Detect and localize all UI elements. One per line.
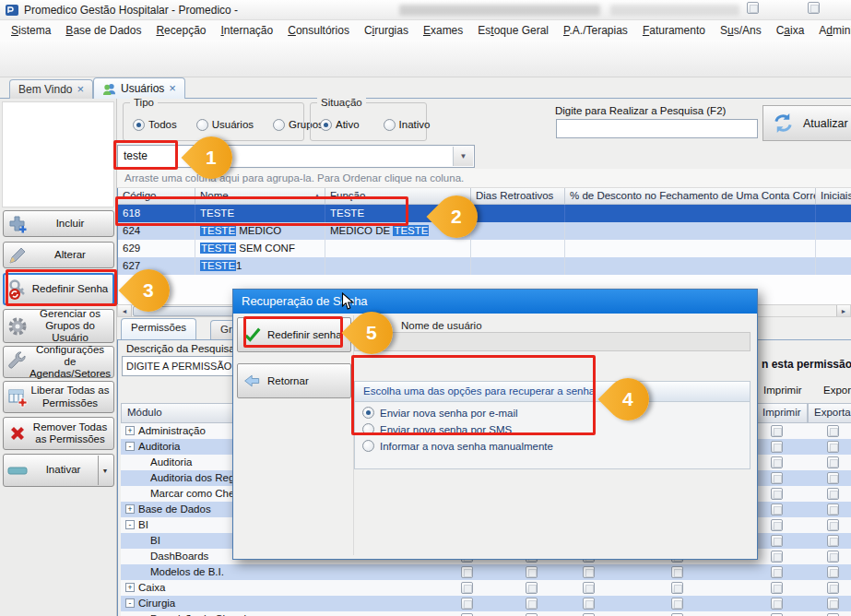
menu-item-administracao[interactable]: Administração (811, 22, 851, 39)
permission-checkbox[interactable] (461, 582, 473, 594)
permission-checkbox[interactable] (583, 582, 595, 594)
permission-checkbox[interactable] (771, 488, 783, 500)
permission-row[interactable]: -Cirurgia (121, 596, 851, 611)
permission-checkbox[interactable] (771, 551, 783, 563)
menu-item-base-de-dados[interactable]: Base de Dados (58, 22, 148, 39)
permission-checkbox[interactable] (771, 598, 783, 610)
permission-checkbox[interactable] (526, 582, 538, 594)
menu-item-sus-ans[interactable]: Sus/Ans (713, 22, 769, 39)
tree-collapse-icon[interactable]: - (125, 442, 135, 451)
atualizar-button[interactable]: Atualizar (762, 105, 851, 141)
liberar-todas-as-permissoes-button[interactable]: Liberar Todas as Permissões (3, 381, 114, 413)
radio-icon[interactable] (384, 119, 396, 131)
tree-collapse-icon[interactable]: - (125, 520, 135, 529)
permission-checkbox[interactable] (827, 566, 839, 578)
permission-checkbox[interactable] (771, 456, 783, 468)
permission-checkbox[interactable] (671, 566, 683, 578)
menu-item-p-a-terapias[interactable]: P.A./Terapias (556, 22, 635, 39)
filter-panel: Tipo TodosUsuáriosGrupos Situação AtivoI… (117, 99, 851, 145)
radio-tipo-todos[interactable]: Todos (133, 119, 177, 131)
column-header-dias-retroativos[interactable]: Dias Retroativos (471, 188, 565, 205)
permission-checkbox[interactable] (771, 535, 783, 547)
retornar-button[interactable]: Retornar (237, 363, 351, 398)
tree-expand-icon[interactable]: + (125, 583, 135, 592)
permission-checkbox[interactable] (827, 456, 839, 468)
permission-checkbox[interactable] (671, 598, 683, 610)
radio-icon[interactable] (273, 119, 285, 131)
tab-bem-vindo[interactable]: Bem Vindo × (9, 79, 93, 99)
search-input[interactable] (556, 119, 758, 138)
check-all-exportar-checkbox[interactable] (808, 2, 820, 14)
permission-checkbox[interactable] (827, 441, 839, 453)
check-all-imprimir-checkbox[interactable] (747, 2, 759, 14)
menu-item-consultorios[interactable]: Consultórios (280, 22, 357, 39)
permission-checkbox[interactable] (771, 519, 783, 531)
radio-icon[interactable] (320, 119, 332, 131)
permission-checkbox[interactable] (461, 566, 473, 578)
permission-checkbox[interactable] (461, 598, 473, 610)
menu-item-recepcao[interactable]: Recepção (148, 22, 213, 39)
permission-row[interactable]: Descrição de Cirurgia (121, 611, 851, 616)
menu-item-cirurgias[interactable]: Cirurgias (357, 22, 416, 39)
permission-checkbox[interactable] (526, 566, 538, 578)
radio-icon[interactable] (133, 119, 145, 131)
radio-situacao-ativo[interactable]: Ativo (320, 119, 360, 131)
close-tab-icon[interactable]: × (77, 85, 84, 94)
remover-todas-as-permissoes-button[interactable]: Remover Todas as Permissões (3, 417, 114, 450)
radio-situacao-inativo[interactable]: Inativo (384, 119, 431, 131)
permission-row[interactable]: Modelos de B.I. (121, 564, 851, 580)
permission-checkbox[interactable] (771, 441, 783, 453)
menu-item-caixa[interactable]: Caixa (769, 22, 812, 39)
permission-checkbox[interactable] (827, 582, 839, 594)
alterar-button[interactable]: Alterar (3, 242, 114, 268)
column-header-exportar[interactable]: Exportar (808, 403, 851, 423)
gerenciar-os-grupos-do-usuario-button[interactable]: Gerenciar os Grupos do Usuário (3, 309, 114, 343)
permission-checkbox[interactable] (771, 566, 783, 578)
column-header-imprimir[interactable]: Imprimir (756, 403, 808, 423)
chevron-down-icon[interactable]: ▼ (98, 456, 112, 485)
close-tab-icon[interactable]: × (169, 84, 176, 93)
recovery-option-informar-a-nova-senha-manualmente[interactable]: Informar a nova senha manualmente (362, 440, 553, 452)
permission-checkbox[interactable] (827, 488, 839, 500)
permission-checkbox[interactable] (583, 598, 595, 610)
permission-checkbox[interactable] (771, 425, 783, 437)
radio-icon[interactable] (362, 440, 374, 452)
tree-expand-icon[interactable]: + (125, 504, 135, 514)
permission-checkbox[interactable] (771, 582, 783, 594)
permission-checkbox[interactable] (827, 598, 839, 610)
permission-checkbox[interactable] (771, 503, 783, 515)
inativar-button[interactable]: Inativar▼ (3, 454, 114, 487)
tree-collapse-icon[interactable]: - (125, 598, 135, 608)
scroll-left-icon[interactable]: ◄ (118, 305, 132, 316)
column-header-de-desconto-no-fechamento-de-uma-conta-corrente[interactable]: % de Desconto no Fechamento de Uma Conta… (565, 188, 816, 205)
tree-expand-icon[interactable]: + (125, 426, 135, 435)
permission-checkbox[interactable] (526, 598, 538, 610)
permission-checkbox[interactable] (827, 425, 839, 437)
permission-checkbox[interactable] (827, 472, 839, 484)
scroll-right-icon[interactable]: ► (836, 305, 850, 316)
permission-checkbox[interactable] (827, 519, 839, 531)
radio-icon[interactable] (196, 119, 208, 131)
permission-checkbox[interactable] (583, 566, 595, 578)
table-row[interactable]: 629TESTE SEM CONF (118, 240, 851, 257)
radio-tipo-usuarios[interactable]: Usuários (196, 119, 254, 131)
configuracoes-de-agendas-setores-button[interactable]: Configurações de Agendas/Setores (3, 346, 114, 378)
tab-usuarios[interactable]: Usuários × (93, 77, 185, 99)
permission-checkbox[interactable] (671, 582, 683, 594)
permission-row[interactable]: +Caixa (121, 580, 851, 596)
menu-item-estoque-geral[interactable]: Estoque Geral (470, 22, 556, 39)
tab-permissoes[interactable]: Permissões (121, 318, 196, 339)
chevron-down-icon[interactable]: ▼ (453, 147, 473, 166)
menu-item-internacao[interactable]: Internação (213, 22, 280, 39)
menu-item-faturamento[interactable]: Faturamento (635, 22, 713, 39)
permission-checkbox[interactable] (827, 503, 839, 515)
menu-item-exames[interactable]: Exames (416, 22, 470, 39)
permission-checkbox[interactable] (827, 551, 839, 563)
incluir-button[interactable]: Incluir (3, 210, 114, 237)
dialog-title-bar[interactable]: Recuperação de Senha (233, 290, 757, 314)
permission-checkbox[interactable] (771, 472, 783, 484)
column-header-iniciais[interactable]: Iniciais (816, 188, 851, 205)
menu-item-sistema[interactable]: Sistema (4, 22, 58, 39)
permission-checkbox[interactable] (827, 535, 839, 547)
table-row[interactable]: 627TESTE1 (118, 257, 851, 275)
